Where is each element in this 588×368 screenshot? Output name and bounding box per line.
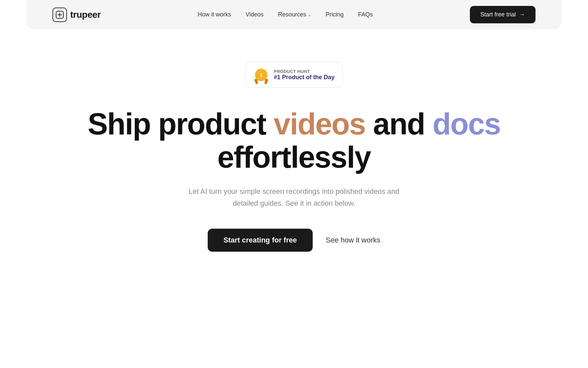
nav-link-faqs[interactable]: FAQs — [358, 11, 373, 18]
headline-videos: videos — [274, 107, 365, 141]
headline-docs: docs — [432, 107, 500, 141]
hero-subtext: Let AI turn your simple screen recording… — [176, 186, 412, 209]
hero-headline: Ship product videos and docseffortlessly — [88, 107, 500, 174]
start-free-trial-button[interactable]: Start free trial → — [470, 6, 536, 23]
badge-label: PRODUCT HUNT — [274, 69, 310, 74]
nav-links: How it works Videos Resources ⌄ Pricing … — [198, 11, 373, 18]
start-creating-button[interactable]: Start creating for free — [208, 229, 313, 252]
headline-part2: and — [365, 107, 432, 141]
product-hunt-badge: 1 PRODUCT HUNT #1 Product of the Day — [245, 62, 343, 88]
hero-section: 1 PRODUCT HUNT #1 Product of the Day Shi… — [0, 29, 588, 271]
navbar: trupeer How it works Videos Resources ⌄ … — [52, 6, 536, 23]
logo-icon — [52, 8, 67, 22]
headline-part1: Ship product — [88, 107, 274, 141]
nav-link-how-it-works[interactable]: How it works — [198, 11, 231, 18]
nav-link-pricing[interactable]: Pricing — [326, 11, 344, 18]
logo-area[interactable]: trupeer — [52, 8, 101, 22]
medal-icon: 1 — [253, 67, 269, 83]
badge-text-area: PRODUCT HUNT #1 Product of the Day — [274, 69, 334, 81]
chevron-down-icon: ⌄ — [308, 12, 311, 17]
cta-row: Start creating for free See how it works — [208, 229, 380, 252]
nav-link-resources[interactable]: Resources ⌄ — [278, 11, 311, 18]
headline-part3: effortlessly — [218, 140, 371, 174]
logo-text: trupeer — [70, 10, 101, 20]
nav-link-videos[interactable]: Videos — [246, 11, 264, 18]
arrow-right-icon: → — [519, 11, 525, 18]
badge-title: #1 Product of the Day — [274, 74, 334, 81]
see-how-it-works-button[interactable]: See how it works — [326, 236, 380, 244]
